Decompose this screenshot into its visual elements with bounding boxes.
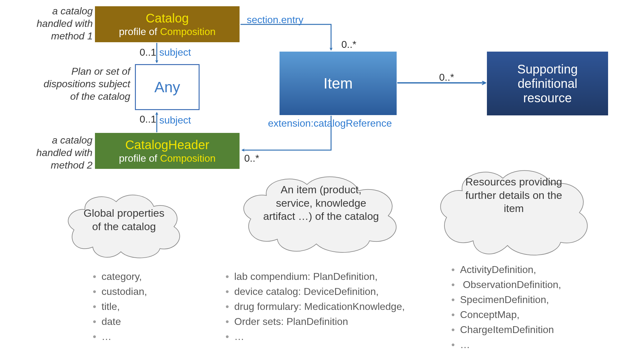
annot-method2: a catalog handled with method 2 (24, 134, 92, 171)
box-header-sub-em: Composition (160, 153, 215, 164)
list-item: drug formulary: MedicationKnowledge, (234, 299, 405, 314)
bullets-item: lab compendium: PlanDefinition,device ca… (223, 269, 405, 344)
list-item: title, (102, 299, 147, 314)
bullets-global: category,custodian,title,date… (91, 269, 147, 344)
list-item: category, (102, 269, 147, 284)
bullets-supporting: ActivityDefinition, ObservationDefinitio… (449, 262, 561, 352)
label-extension-catalogref: extension:catalogReference (268, 118, 392, 129)
card-subject1: 0..1 (140, 47, 156, 58)
box-supporting-l1: Supporting (517, 62, 577, 76)
cloud-supporting-text: Resources providing further details on t… (456, 175, 572, 215)
diagram-canvas: a catalog handled with method 1 Plan or … (0, 0, 644, 364)
box-catalog: Catalog profile of Composition (95, 6, 240, 42)
list-item: SpecimenDefinition, (460, 292, 561, 307)
box-supporting-l2: definitional (518, 76, 577, 91)
annot-method1: a catalog handled with method 1 (33, 5, 93, 42)
box-catalog-sub-pre: profile of (119, 26, 160, 37)
card-to-header: 0..* (244, 153, 259, 164)
cloud-item-text: An item (product, service, knowledge art… (262, 183, 380, 223)
list-item: ActivityDefinition, (460, 262, 561, 277)
list-item: … (102, 329, 147, 344)
box-catalog-title: Catalog (146, 11, 189, 25)
box-catalog-sub: profile of Composition (119, 26, 215, 37)
card-to-supporting: 0..* (439, 72, 454, 83)
box-supporting: Supporting definitional resource (487, 52, 608, 115)
list-item: custodian, (102, 284, 147, 299)
label-subject2: subject (159, 114, 191, 126)
card-subject2: 0..1 (140, 114, 156, 125)
cloud-global: Global properties of the catalog (65, 191, 183, 261)
annot-any: Plan or set of dispositions subject of t… (35, 65, 130, 103)
box-item: Item (280, 52, 397, 115)
label-section-entry: section.entry (247, 14, 303, 26)
list-item: Order sets: PlanDefinition (234, 314, 405, 329)
card-to-item: 0..* (341, 39, 356, 50)
box-header-sub-pre: profile of (119, 153, 160, 164)
cloud-item: An item (product, service, knowledge art… (240, 174, 402, 255)
list-item: ObservationDefinition, (460, 277, 561, 292)
box-catalogheader: CatalogHeader profile of Composition (95, 133, 240, 169)
list-item: ConceptMap, (460, 307, 561, 322)
list-item: date (102, 314, 147, 329)
label-subject1: subject (159, 47, 191, 58)
list-item: lab compendium: PlanDefinition, (234, 269, 405, 284)
box-any: Any (135, 64, 200, 110)
list-item: ChargeItemDefinition (460, 322, 561, 337)
box-header-sub: profile of Composition (119, 153, 215, 164)
box-catalog-sub-em: Composition (160, 26, 215, 37)
list-item: … (234, 329, 405, 344)
list-item: … (460, 337, 561, 352)
box-supporting-l3: resource (523, 91, 572, 105)
list-item: device catalog: DeviceDefinition, (234, 284, 405, 299)
cloud-global-text: Global properties of the catalog (80, 206, 168, 233)
box-header-title: CatalogHeader (125, 138, 209, 152)
cloud-supporting: Resources providing further details on t… (437, 167, 590, 258)
